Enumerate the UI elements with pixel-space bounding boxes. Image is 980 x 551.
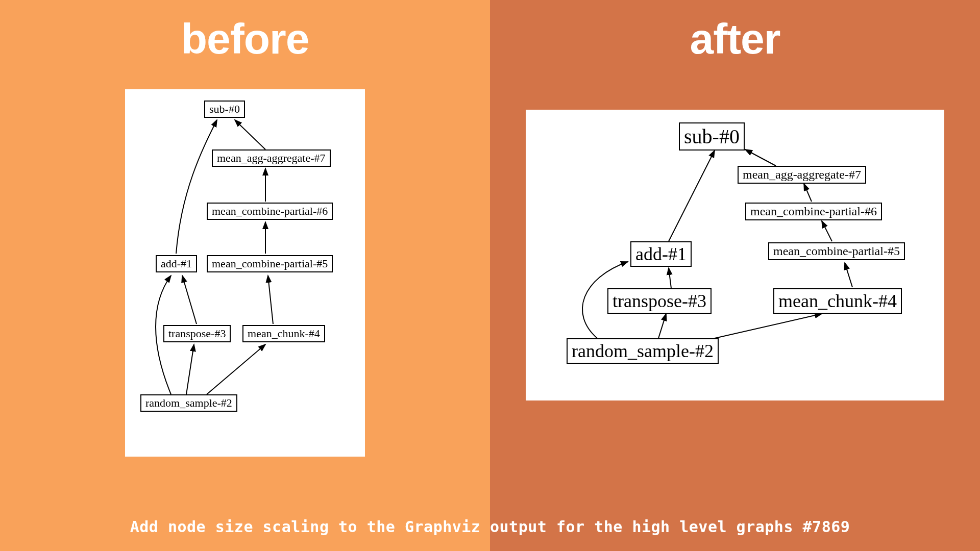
svg-line-13 (658, 314, 666, 338)
node-transpose3: transpose-#3 (163, 325, 231, 342)
node-add1: add-#1 (156, 255, 197, 272)
node-transpose3-after: transpose-#3 (607, 288, 712, 314)
node-mean-agg7: mean_agg-aggregate-#7 (212, 149, 331, 167)
svg-line-5 (186, 344, 194, 394)
svg-line-8 (804, 184, 812, 202)
svg-line-7 (745, 149, 776, 166)
svg-line-6 (207, 344, 265, 394)
node-mean-combine5-after: mean_combine-partial-#5 (768, 242, 905, 260)
node-mean-chunk4: mean_chunk-#4 (242, 325, 325, 342)
svg-line-10 (845, 263, 852, 287)
svg-line-3 (268, 276, 273, 324)
node-random-sample2-after: random_sample-#2 (567, 338, 719, 364)
node-sub0: sub-#0 (204, 101, 245, 118)
issue-caption: Add node size scaling to the Graphviz ou… (0, 518, 980, 536)
before-title: before (181, 14, 309, 64)
node-mean-combine6: mean_combine-partial-#6 (207, 203, 333, 220)
svg-line-14 (715, 314, 822, 338)
svg-line-11 (669, 151, 715, 241)
node-mean-combine5: mean_combine-partial-#5 (207, 255, 333, 272)
node-mean-chunk4-after: mean_chunk-#4 (773, 288, 902, 314)
svg-line-0 (235, 120, 265, 149)
after-panel: after sub-#0 (490, 0, 980, 551)
svg-line-12 (669, 268, 671, 288)
node-add1-after: add-#1 (630, 241, 692, 267)
after-title: after (690, 14, 780, 64)
before-graph: sub-#0 mean_agg-aggregate-#7 mean_combin… (125, 89, 365, 457)
svg-line-4 (182, 276, 197, 324)
node-mean-agg7-after: mean_agg-aggregate-#7 (738, 166, 866, 184)
node-sub0-after: sub-#0 (679, 122, 745, 151)
node-random-sample2: random_sample-#2 (140, 394, 237, 412)
node-mean-combine6-after: mean_combine-partial-#6 (745, 203, 882, 220)
svg-line-9 (822, 221, 832, 241)
after-graph: sub-#0 mean_agg-aggregate-#7 mean_combin… (526, 110, 944, 400)
before-panel: before sub-#0 (0, 0, 490, 551)
